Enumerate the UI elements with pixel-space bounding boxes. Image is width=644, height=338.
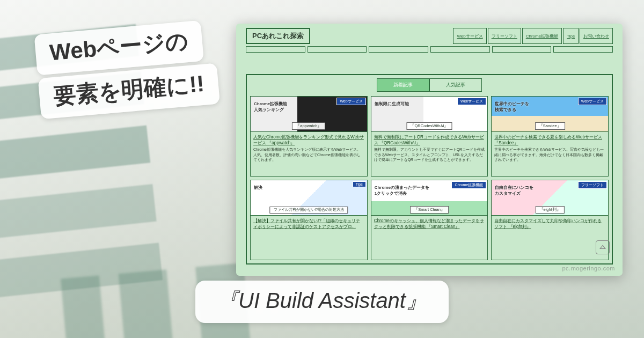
article-card[interactable]: 解決 Tips ファイル共有が開かない!?場合の対処方法 【解決】ファイル共有が… [250, 180, 368, 260]
thumb-label: 『QRCodesWithAI』 [406, 122, 452, 130]
thumb-caption: Chromeの溜まったデータを 1クリックで消去 [375, 185, 429, 196]
card-title: 無料で無制限にアートQRコードを作成できるWebサービス 『QRCodesWit… [371, 132, 488, 147]
article-card[interactable]: Chrome拡張機能 人気ランキング Webサービス 『appwatch』 人気… [250, 96, 368, 177]
article-card[interactable]: 世界中のビーチを 検索できる Webサービス 『Sandee』 世界中のビーチを… [491, 96, 609, 177]
card-thumbnail: Chromeの溜まったデータを 1クリックで消去 Chrome拡張機能 『Sma… [371, 180, 488, 216]
thumb-label: 『eight判』 [536, 206, 565, 214]
tab-new-articles[interactable]: 新着記事 [377, 78, 429, 92]
nav-item-tips[interactable]: Tips [563, 28, 579, 44]
category-tag: Chrome拡張機能 [451, 181, 486, 189]
card-description: 無料で無制限、アカウントも不要ですぐにアートQRコードを作成できるWebサービス… [371, 147, 488, 164]
category-tag: Webサービス [336, 98, 365, 105]
category-tag: フリーソフト [578, 181, 607, 189]
thumb-caption: 無制限に生成可能 [375, 101, 409, 107]
nav-item-freesoft[interactable]: フリーソフト [488, 28, 521, 44]
thumb-label: 『appwatch』 [292, 122, 325, 130]
card-title: 人気なChrome拡張機能をランキング形式で見れるWebサービス 『appwat… [251, 132, 367, 147]
nav-item-webservice[interactable]: Webサービス [453, 28, 486, 44]
category-tag: Tips [353, 181, 366, 187]
watermark: pc.mogeringo.com [562, 265, 616, 271]
article-grid: Chrome拡張機能 人気ランキング Webサービス 『appwatch』 人気… [250, 96, 609, 260]
headline: Webページの 要素を明確に!! [34, 19, 220, 122]
site-header: PCあれこれ探索 Webサービス フリーソフト Chrome拡張機能 Tips … [246, 28, 613, 44]
card-thumbnail: Chrome拡張機能 人気ランキング Webサービス 『appwatch』 [251, 97, 367, 132]
thumb-label: 『Smart Clean』 [410, 206, 449, 214]
thumb-caption: 世界中のビーチを 検索できる [495, 101, 529, 113]
card-thumbnail: 自由自在にハンコを カスタマイズ フリーソフト 『eight判』 [492, 180, 608, 216]
thumb-label: ファイル共有が開かない!?場合の対処方法 [270, 207, 348, 214]
card-title: 【解決】ファイル共有が開かない!?「組織のセキュリティポリシーによって非認証のゲ… [251, 216, 367, 231]
site-nav: Webサービス フリーソフト Chrome拡張機能 Tips お問い合わせ [453, 28, 613, 44]
screenshot-window: PCあれこれ探索 Webサービス フリーソフト Chrome拡張機能 Tips … [236, 24, 623, 276]
thumb-caption: Chrome拡張機能 人気ランキング [254, 101, 287, 113]
article-card[interactable]: 自由自在にハンコを カスタマイズ フリーソフト 『eight判』 自由自在にカス… [491, 180, 609, 260]
article-card[interactable]: Chromeの溜まったデータを 1クリックで消去 Chrome拡張機能 『Sma… [371, 180, 488, 260]
category-tag: Webサービス [457, 98, 486, 105]
article-tabs: 新着記事 人気記事 [250, 78, 609, 92]
site-title[interactable]: PCあれこれ探索 [246, 28, 310, 44]
product-name-bubble: 『UI Build Assistant』 [195, 281, 449, 323]
card-title: 世界中のビーチを検索できる夏を楽しめるWebサービス 『Sandee』 [492, 132, 608, 147]
scroll-top-icon[interactable] [596, 240, 610, 254]
card-description: 世界中のビーチを検索できるWebサービス。写真や気候なども一緒に調べる事ができま… [492, 147, 608, 164]
category-tag: Webサービス [578, 98, 607, 105]
card-title: Chromeのキャッシュ、個人情報など溜まったデータをサクッと削除できる拡張機能… [371, 216, 488, 231]
thumb-caption: 自由自在にハンコを カスタマイズ [495, 185, 533, 196]
thumb-caption: 解決 [254, 185, 262, 190]
nav-item-chrome-ext[interactable]: Chrome拡張機能 [522, 28, 562, 44]
main-content-box: 新着記事 人気記事 Chrome拡張機能 人気ランキング Webサービス 『ap… [246, 74, 613, 264]
site-content: PCあれこれ探索 Webサービス フリーソフト Chrome拡張機能 Tips … [246, 28, 613, 264]
thumb-label: 『Sandee』 [535, 122, 565, 130]
header-row-boxes [246, 46, 613, 53]
article-card[interactable]: 無制限に生成可能 Webサービス 『QRCodesWithAI』 無料で無制限に… [371, 96, 488, 177]
card-title: 自由自在にカスタマイズして丸印や角印ハンコが作れるソフト 『eight判』 [492, 216, 608, 231]
card-thumbnail: 世界中のビーチを 検索できる Webサービス 『Sandee』 [492, 97, 608, 132]
nav-item-contact[interactable]: お問い合わせ [580, 28, 613, 44]
card-thumbnail: 解決 Tips ファイル共有が開かない!?場合の対処方法 [251, 180, 367, 216]
card-thumbnail: 無制限に生成可能 Webサービス 『QRCodesWithAI』 [371, 97, 488, 132]
card-description: Chrome拡張機能を人気ランキング順に表示するWebサービス。人気、使用者数、… [251, 147, 367, 164]
tab-popular-articles[interactable]: 人気記事 [429, 78, 482, 92]
